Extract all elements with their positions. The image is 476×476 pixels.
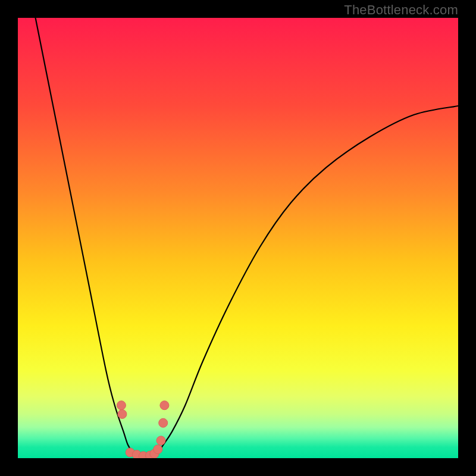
curve-marker: [118, 410, 127, 419]
curve-marker: [117, 401, 126, 410]
curve-marker: [159, 418, 168, 427]
curve-marker: [154, 445, 162, 454]
bottleneck-curve: [36, 18, 458, 456]
curve-marker: [156, 436, 165, 445]
curve-markers: [117, 401, 169, 458]
plot-area: [18, 18, 458, 458]
watermark-text: TheBottleneck.com: [344, 2, 458, 18]
curve-marker: [160, 401, 169, 410]
chart-frame: TheBottleneck.com: [0, 0, 476, 476]
curve-layer: [18, 18, 458, 458]
